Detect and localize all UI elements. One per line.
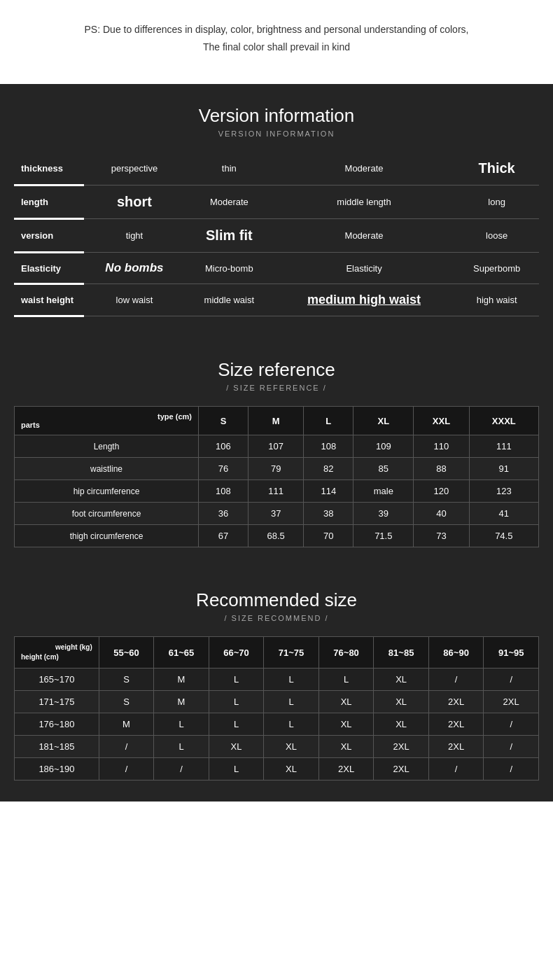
- rec-cell-4-6: /: [428, 758, 484, 780]
- rec-size-subtitle: / SIZE RECOMMEND /: [14, 614, 539, 622]
- size-cell-4-5: 74.5: [469, 525, 538, 547]
- weight-col-8: 91~95: [484, 637, 539, 668]
- size-cell-3-5: 41: [469, 503, 538, 525]
- rec-cell-1-0: S: [99, 691, 154, 713]
- top-note-section: PS: Due to differences in display, color…: [0, 0, 553, 84]
- rec-cell-4-4: 2XL: [318, 758, 374, 780]
- rec-cell-3-5: 2XL: [374, 736, 429, 758]
- rec-cell-1-1: M: [154, 691, 209, 713]
- size-cell-3-0: 36: [198, 503, 248, 525]
- size-cell-4-2: 70: [304, 525, 354, 547]
- rec-cell-2-7: /: [484, 713, 539, 736]
- weight-label: weight (kg): [18, 643, 96, 652]
- note-line2: The final color shall prevail in kind: [56, 38, 497, 56]
- size-cell-2-1: 111: [248, 480, 303, 503]
- size-cell-1-3: 85: [354, 458, 414, 480]
- size-cell-2-0: 108: [198, 480, 248, 503]
- size-row-label-3: foot circumference: [15, 503, 199, 525]
- rec-height-0: 165~170: [15, 668, 99, 691]
- version-cell-1-1: Moderate: [185, 186, 274, 219]
- size-cell-3-1: 37: [248, 503, 303, 525]
- version-cell-3-2: Elasticity: [274, 253, 454, 284]
- size-cell-4-3: 71.5: [354, 525, 414, 547]
- version-cell-2-2: Moderate: [274, 219, 454, 253]
- weight-col-1: 55~60: [99, 637, 154, 668]
- rec-cell-0-7: /: [484, 668, 539, 691]
- col-XL: XL: [354, 407, 414, 435]
- rec-cell-1-2: L: [209, 691, 264, 713]
- rec-cell-3-2: XL: [209, 736, 264, 758]
- col-XXL: XXL: [414, 407, 469, 435]
- rec-cell-4-2: L: [209, 758, 264, 780]
- rec-cell-3-3: XL: [264, 736, 319, 758]
- size-cell-2-4: 120: [414, 480, 469, 503]
- weight-col-5: 76~80: [318, 637, 374, 668]
- size-cell-1-1: 79: [248, 458, 303, 480]
- size-cell-4-4: 73: [414, 525, 469, 547]
- version-row-label-4: waist height: [14, 284, 84, 316]
- version-cell-4-3: high waist: [454, 284, 539, 316]
- rec-cell-2-5: XL: [374, 713, 429, 736]
- version-subtitle: VERSION INFORMATION: [14, 130, 539, 138]
- size-cell-0-2: 108: [304, 435, 354, 458]
- size-table: type (cm) parts S M L XL XXL XXXL Length…: [14, 406, 539, 547]
- version-table: thicknessperspectivethinModerateThicklen…: [14, 152, 539, 317]
- size-cell-0-3: 109: [354, 435, 414, 458]
- rec-cell-0-4: L: [318, 668, 374, 691]
- type-label: type (cm): [18, 412, 195, 421]
- size-cell-1-5: 91: [469, 458, 538, 480]
- rec-cell-2-1: L: [154, 713, 209, 736]
- weight-col-2: 61~65: [154, 637, 209, 668]
- size-ref-subtitle: / SIZE REFERENCE /: [14, 384, 539, 392]
- version-cell-1-0: short: [84, 186, 185, 219]
- weight-col-7: 86~90: [428, 637, 484, 668]
- rec-cell-0-6: /: [428, 668, 484, 691]
- size-cell-0-0: 106: [198, 435, 248, 458]
- version-section: Version information VERSION INFORMATION …: [0, 84, 553, 338]
- col-S: S: [198, 407, 248, 435]
- parts-label: parts: [18, 421, 195, 429]
- size-cell-3-4: 40: [414, 503, 469, 525]
- size-cell-4-0: 67: [198, 525, 248, 547]
- size-cell-1-2: 82: [304, 458, 354, 480]
- size-ref-title: Size reference: [14, 359, 539, 381]
- version-cell-4-0: low waist: [84, 284, 185, 316]
- version-cell-0-2: Moderate: [274, 152, 454, 186]
- rec-cell-0-1: M: [154, 668, 209, 691]
- size-cell-2-5: 123: [469, 480, 538, 503]
- rec-cell-1-5: XL: [374, 691, 429, 713]
- rec-cell-0-5: XL: [374, 668, 429, 691]
- weight-col-4: 71~75: [264, 637, 319, 668]
- version-row-label-2: version: [14, 219, 84, 253]
- height-label: height (cm): [18, 652, 96, 662]
- rec-cell-1-3: L: [264, 691, 319, 713]
- version-cell-0-3: Thick: [454, 152, 539, 186]
- rec-cell-2-0: M: [99, 713, 154, 736]
- rec-cell-3-0: /: [99, 736, 154, 758]
- rec-cell-4-0: /: [99, 758, 154, 780]
- rec-cell-3-1: L: [154, 736, 209, 758]
- rec-height-1: 171~175: [15, 691, 99, 713]
- size-cell-3-2: 38: [304, 503, 354, 525]
- col-L: L: [304, 407, 354, 435]
- col-M: M: [248, 407, 303, 435]
- weight-col-6: 81~85: [374, 637, 429, 668]
- size-reference-section: Size reference / SIZE REFERENCE / type (…: [0, 338, 553, 568]
- rec-cell-2-4: XL: [318, 713, 374, 736]
- version-cell-0-0: perspective: [84, 152, 185, 186]
- version-cell-4-1: middle waist: [185, 284, 274, 316]
- version-cell-1-3: long: [454, 186, 539, 219]
- weight-col-3: 66~70: [209, 637, 264, 668]
- version-row-label-1: length: [14, 186, 84, 219]
- version-row-label-0: thickness: [14, 152, 84, 186]
- version-cell-2-0: tight: [84, 219, 185, 253]
- rec-cell-4-3: XL: [264, 758, 319, 780]
- version-cell-3-0: No bombs: [84, 253, 185, 284]
- rec-cell-1-6: 2XL: [428, 691, 484, 713]
- version-title: Version information: [14, 105, 539, 127]
- recommended-table: weight (kg) height (cm) 55~60 61~65 66~7…: [14, 636, 539, 780]
- rec-cell-4-5: 2XL: [374, 758, 429, 780]
- note-line1: PS: Due to differences in display, color…: [56, 21, 497, 38]
- rec-cell-0-2: L: [209, 668, 264, 691]
- version-cell-2-1: Slim fit: [185, 219, 274, 253]
